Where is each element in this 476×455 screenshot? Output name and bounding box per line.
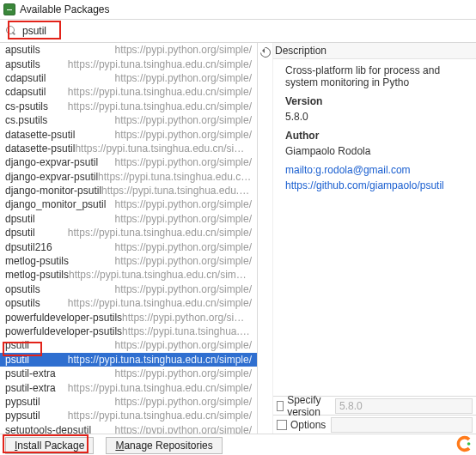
package-row[interactable]: apsutilshttps://pypi.tuna.tsinghua.edu.c… bbox=[0, 57, 257, 70]
search-input[interactable] bbox=[21, 22, 471, 39]
description-summary: Cross-platform lib for process and syste… bbox=[278, 64, 473, 88]
main-body: apsutilshttps://pypi.python.org/simple/a… bbox=[0, 42, 476, 434]
package-name: dpsutil bbox=[5, 213, 35, 225]
package-url: https://pypi.python.org/simple/ bbox=[35, 213, 252, 225]
package-name: datasette-psutil bbox=[5, 129, 75, 141]
package-name: powerfuldeveloper-psutils bbox=[5, 325, 122, 337]
package-row[interactable]: opsutilshttps://pypi.tuna.tsinghua.edu.c… bbox=[0, 296, 257, 310]
package-name: opsutils bbox=[5, 283, 40, 295]
package-row[interactable]: setuptools-depsutilhttps://pypi.python.o… bbox=[0, 423, 257, 434]
package-row[interactable]: metlog-psutilshttps://pypi.python.org/si… bbox=[0, 254, 257, 268]
package-name: datasette-psutil bbox=[5, 143, 75, 155]
package-url: https://pypi.python.org/simple/ bbox=[46, 72, 252, 84]
package-name: cs-psutils bbox=[5, 100, 48, 112]
package-url: https://pypi.python.org/simple/ bbox=[40, 396, 252, 408]
package-row[interactable]: django_monitor_psutilhttps://pypi.python… bbox=[0, 197, 257, 211]
reload-icon[interactable] bbox=[259, 46, 272, 58]
package-row[interactable]: pypsutilhttps://pypi.tuna.tsinghua.edu.c… bbox=[0, 409, 257, 422]
package-name: apsutils bbox=[5, 58, 40, 70]
package-row[interactable]: powerfuldeveloper-psutilshttps://pypi.py… bbox=[0, 310, 257, 324]
package-name: django-expvar-psutil bbox=[5, 171, 98, 183]
footer: Install Package Manage Repositories bbox=[0, 434, 476, 455]
package-name: django-monitor-psutil bbox=[5, 185, 101, 197]
specify-version-input[interactable] bbox=[335, 398, 473, 414]
package-url: https://pypi.python.org/simple/ bbox=[122, 312, 252, 324]
package-row[interactable]: powerfuldeveloper-psutilshttps://pypi.tu… bbox=[0, 325, 257, 338]
package-row[interactable]: datasette-psutilhttps://pypi.python.org/… bbox=[0, 127, 257, 141]
package-row[interactable]: django-expvar-psutilhttps://pypi.tuna.ts… bbox=[0, 170, 257, 184]
package-url: https://pypi.tuna.tsinghua.edu.cn/simple… bbox=[75, 143, 252, 155]
package-row[interactable]: psutilhttps://pypi.tuna.tsinghua.edu.cn/… bbox=[0, 353, 257, 367]
package-name: cdapsutil bbox=[5, 86, 46, 98]
homepage-link[interactable]: https://github.com/giampaolo/psutil bbox=[285, 179, 444, 191]
package-url: https://pypi.python.org/simple/ bbox=[98, 156, 252, 168]
package-url: https://pypi.tuna.tsinghua.edu.cn/simple… bbox=[122, 325, 252, 337]
package-name: metlog-psutils bbox=[5, 255, 69, 267]
version-value: 5.8.0 bbox=[278, 111, 473, 123]
author-label: Author bbox=[285, 130, 319, 142]
specify-version-label: Specify version bbox=[287, 394, 330, 418]
package-row[interactable]: cdapsutilhttps://pypi.python.org/simple/ bbox=[0, 71, 257, 85]
package-row[interactable]: datasette-psutilhttps://pypi.tuna.tsingh… bbox=[0, 142, 257, 155]
package-url: https://pypi.python.org/simple/ bbox=[56, 367, 252, 379]
window-title: Available Packages bbox=[20, 3, 110, 15]
specify-version-checkbox[interactable] bbox=[277, 401, 284, 411]
package-row[interactable]: dpsutil216https://pypi.python.org/simple… bbox=[0, 240, 257, 253]
package-row[interactable]: django-monitor-psutilhttps://pypi.tuna.t… bbox=[0, 184, 257, 197]
package-url: https://pypi.tuna.tsinghua.edu.cn/simple… bbox=[40, 410, 252, 422]
package-url: https://pypi.tuna.tsinghua.edu.cn/simple… bbox=[29, 354, 252, 366]
package-row[interactable]: psutil-extrahttps://pypi.tuna.tsinghua.e… bbox=[0, 380, 257, 394]
package-row[interactable]: opsutilshttps://pypi.python.org/simple/ bbox=[0, 282, 257, 296]
package-list[interactable]: apsutilshttps://pypi.python.org/simple/a… bbox=[0, 43, 258, 434]
package-name: powerfuldeveloper-psutils bbox=[5, 312, 122, 324]
package-row[interactable]: cs.psutilshttps://pypi.python.org/simple… bbox=[0, 113, 257, 127]
package-url: https://pypi.tuna.tsinghua.edu.cn/simple… bbox=[40, 58, 252, 70]
package-name: metlog-psutils bbox=[5, 269, 69, 281]
package-row[interactable]: metlog-psutilshttps://pypi.tuna.tsinghua… bbox=[0, 268, 257, 282]
package-name: psutil bbox=[5, 354, 29, 366]
author-value: Giampaolo Rodola bbox=[278, 145, 473, 157]
package-name: cs.psutils bbox=[5, 114, 47, 126]
package-url: https://pypi.python.org/simple/ bbox=[47, 114, 252, 126]
package-url: https://pypi.tuna.tsinghua.edu.cn/simple… bbox=[40, 297, 252, 309]
package-url: https://pypi.tuna.tsinghua.edu.cn/simple… bbox=[48, 100, 252, 112]
package-url: https://pypi.tuna.tsinghua.edu.cn/simple… bbox=[101, 185, 252, 197]
package-url: https://pypi.python.org/simple/ bbox=[40, 44, 252, 56]
package-row[interactable]: dpsutilhttps://pypi.python.org/simple/ bbox=[0, 212, 257, 226]
package-row[interactable]: cs-psutilshttps://pypi.tuna.tsinghua.edu… bbox=[0, 100, 257, 113]
package-row[interactable]: psutil-extrahttps://pypi.python.org/simp… bbox=[0, 367, 257, 380]
package-url: https://pypi.tuna.tsinghua.edu.cn/simple… bbox=[56, 382, 252, 394]
package-name: django-expvar-psutil bbox=[5, 156, 98, 168]
watermark-icon bbox=[455, 434, 474, 453]
description-label: Description bbox=[273, 43, 476, 59]
package-url: https://pypi.tuna.tsinghua.edu.cn/simple… bbox=[98, 171, 252, 183]
package-url: https://pypi.python.org/simple/ bbox=[69, 255, 252, 267]
package-url: https://pypi.python.org/simple/ bbox=[52, 241, 252, 253]
version-label: Version bbox=[285, 95, 322, 107]
package-row[interactable]: dpsutilhttps://pypi.tuna.tsinghua.edu.cn… bbox=[0, 226, 257, 240]
package-row[interactable]: psutilhttps://pypi.python.org/simple/ bbox=[0, 338, 257, 352]
description-panel: Description Cross-platform lib for proce… bbox=[273, 43, 476, 434]
options-label: Options bbox=[290, 419, 326, 431]
options-checkbox[interactable] bbox=[277, 420, 287, 430]
search-icon bbox=[5, 25, 17, 37]
install-package-button[interactable]: Install Package bbox=[5, 437, 94, 454]
package-url: https://pypi.python.org/simple/ bbox=[91, 424, 252, 434]
svg-point-0 bbox=[467, 442, 471, 446]
options-input[interactable] bbox=[331, 417, 473, 433]
package-name: psutil bbox=[5, 339, 29, 351]
package-url: https://pypi.tuna.tsinghua.edu.cn/simple… bbox=[69, 269, 252, 281]
package-url: https://pypi.tuna.tsinghua.edu.cn/simple… bbox=[46, 86, 252, 98]
package-row[interactable]: apsutilshttps://pypi.python.org/simple/ bbox=[0, 43, 257, 57]
package-url: https://pypi.python.org/simple/ bbox=[40, 283, 252, 295]
package-name: opsutils bbox=[5, 297, 40, 309]
package-name: psutil-extra bbox=[5, 367, 56, 379]
package-row[interactable]: pypsutilhttps://pypi.python.org/simple/ bbox=[0, 395, 257, 409]
manage-repositories-button[interactable]: Manage Repositories bbox=[106, 437, 222, 454]
package-name: cdapsutil bbox=[5, 72, 46, 84]
package-name: pypsutil bbox=[5, 396, 40, 408]
package-row[interactable]: django-expvar-psutilhttps://pypi.python.… bbox=[0, 155, 257, 169]
package-row[interactable]: cdapsutilhttps://pypi.tuna.tsinghua.edu.… bbox=[0, 85, 257, 99]
author-email-link[interactable]: mailto:g.rodola@gmail.com bbox=[285, 164, 411, 176]
package-url: https://pypi.python.org/simple/ bbox=[75, 129, 252, 141]
